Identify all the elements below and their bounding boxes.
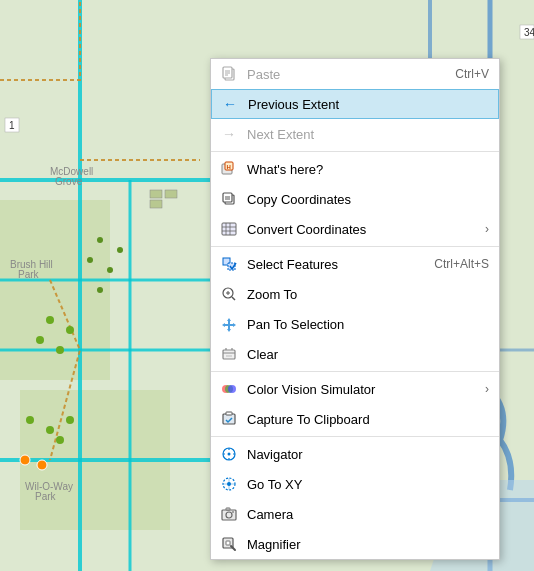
menu-item-zoom-to[interactable]: Zoom To [211,279,499,309]
svg-rect-26 [150,200,162,208]
svg-text:1: 1 [9,120,15,131]
pan-to-selection-label: Pan To Selection [247,317,489,332]
menu-item-color-vision[interactable]: Color Vision Simulator › [211,374,499,404]
convert-coordinates-label: Convert Coordinates [247,222,481,237]
svg-point-38 [37,460,47,470]
menu-item-camera[interactable]: Camera [211,499,499,529]
next-extent-icon: → [219,124,239,144]
previous-extent-icon: ← [220,94,240,114]
next-extent-label: Next Extent [247,127,489,142]
svg-point-15 [56,436,64,444]
previous-extent-label: Previous Extent [248,97,488,112]
svg-point-74 [228,453,231,456]
paste-label: Paste [247,67,445,82]
color-vision-label: Color Vision Simulator [247,382,481,397]
svg-text:34: 34 [524,27,534,38]
svg-point-14 [66,416,74,424]
svg-point-82 [227,482,231,486]
separator-2 [211,246,499,247]
capture-clipboard-label: Capture To Clipboard [247,412,489,427]
color-vision-arrow: › [485,382,489,396]
svg-point-6 [107,267,113,273]
svg-point-10 [36,336,44,344]
go-to-xy-icon [219,474,239,494]
pan-to-selection-icon [219,314,239,334]
svg-point-8 [46,316,54,324]
camera-label: Camera [247,507,489,522]
svg-point-5 [87,257,93,263]
copy-coordinates-icon [219,189,239,209]
capture-clipboard-icon [219,409,239,429]
svg-rect-85 [226,508,230,510]
menu-item-convert-coordinates[interactable]: Convert Coordinates › [211,214,499,244]
svg-point-4 [117,247,123,253]
svg-text:Park: Park [18,269,40,280]
svg-point-70 [228,385,236,393]
menu-item-capture-clipboard[interactable]: Capture To Clipboard [211,404,499,434]
whats-here-label: What's here? [247,162,489,177]
copy-coordinates-label: Copy Coordinates [247,192,489,207]
menu-item-navigator[interactable]: Navigator [211,439,499,469]
menu-item-select-features[interactable]: Select Features Ctrl+Alt+S [211,249,499,279]
menu-item-next-extent[interactable]: → Next Extent [211,119,499,149]
navigator-label: Navigator [247,447,489,462]
svg-rect-63 [223,350,235,359]
menu-item-whats-here[interactable]: H What's here? [211,154,499,184]
menu-item-paste[interactable]: Paste Ctrl+V [211,59,499,89]
navigator-icon [219,444,239,464]
go-to-xy-label: Go To XY [247,477,489,492]
svg-text:H: H [227,164,231,170]
paste-icon [219,64,239,84]
svg-text:Park: Park [35,491,57,502]
svg-rect-88 [226,541,230,545]
separator-4 [211,436,499,437]
select-features-label: Select Features [247,257,424,272]
svg-point-11 [56,346,64,354]
svg-rect-24 [150,190,162,198]
svg-rect-72 [226,412,232,415]
menu-item-go-to-xy[interactable]: Go To XY [211,469,499,499]
context-menu: Paste Ctrl+V ← Previous Extent → Next Ex… [210,58,500,560]
clear-icon [219,344,239,364]
camera-icon [219,504,239,524]
svg-point-13 [46,426,54,434]
svg-point-37 [20,455,30,465]
svg-rect-1 [0,200,110,380]
select-features-icon [219,254,239,274]
color-vision-icon [219,379,239,399]
svg-point-86 [232,511,234,513]
convert-coordinates-arrow: › [485,222,489,236]
zoom-to-label: Zoom To [247,287,489,302]
svg-line-60 [232,297,235,300]
paste-shortcut: Ctrl+V [455,67,489,81]
svg-rect-52 [222,223,236,235]
convert-coordinates-icon [219,219,239,239]
svg-point-3 [97,237,103,243]
svg-line-89 [231,546,235,550]
svg-point-12 [26,416,34,424]
menu-item-clear[interactable]: Clear [211,339,499,369]
zoom-to-icon [219,284,239,304]
menu-item-copy-coordinates[interactable]: Copy Coordinates [211,184,499,214]
svg-point-9 [66,326,74,334]
svg-point-7 [97,287,103,293]
magnifier-icon [219,534,239,554]
magnifier-label: Magnifier [247,537,489,552]
separator-1 [211,151,499,152]
whats-here-icon: H [219,159,239,179]
menu-item-magnifier[interactable]: Magnifier [211,529,499,559]
menu-item-previous-extent[interactable]: ← Previous Extent [211,89,499,119]
svg-rect-25 [165,190,177,198]
select-features-shortcut: Ctrl+Alt+S [434,257,489,271]
menu-item-pan-to-selection[interactable]: Pan To Selection [211,309,499,339]
svg-text:Grove: Grove [55,176,83,187]
clear-label: Clear [247,347,489,362]
separator-3 [211,371,499,372]
